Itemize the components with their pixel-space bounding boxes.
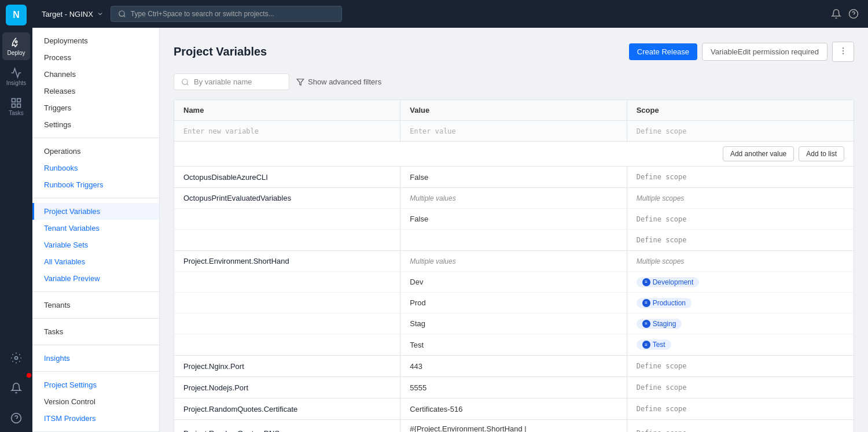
svg-point-12 xyxy=(843,47,844,49)
sidebar-item-itsm[interactable]: ITSM Providers xyxy=(32,410,159,427)
svg-point-14 xyxy=(843,53,844,54)
sidebar-item-triggers[interactable]: Triggers xyxy=(32,99,159,116)
var-name-cell: Project.Nginx.Port xyxy=(174,356,400,376)
col-name: Name xyxy=(174,100,400,120)
table-row: Project.Nginx.Port 443 Define scope xyxy=(174,356,854,376)
scope-badge-development: ≡ Development xyxy=(637,277,700,287)
project-selector[interactable]: Target - NGINX xyxy=(42,10,104,19)
filter-bar: By variable name Show advanced filters xyxy=(174,73,854,90)
sidebar-item-version-control[interactable]: Version Control xyxy=(32,393,159,410)
page-header: Project Variables Create Release Variabl… xyxy=(174,42,854,62)
sidebar-item-tenant-variables[interactable]: Tenant Variables xyxy=(32,220,159,237)
variable-scope: Define scope xyxy=(637,429,687,432)
var-value-cell: Stag xyxy=(400,313,627,334)
svg-point-13 xyxy=(843,50,844,51)
var-group-2: Project.Environment.ShortHand Multiple v… xyxy=(174,251,854,356)
nav-deploy[interactable]: Deploy xyxy=(2,32,30,60)
sidebar-item-releases[interactable]: Releases xyxy=(32,83,159,99)
svg-point-5 xyxy=(15,357,18,360)
table-row: OctopusPrintEvaluatedVariables Multiple … xyxy=(174,188,854,209)
var-scope-cell: Define scope xyxy=(627,356,854,376)
sidebar-item-deployments[interactable]: Deployments xyxy=(32,32,159,49)
advanced-filters-label: Show advanced filters xyxy=(308,77,381,86)
nav-tasks[interactable]: Tasks xyxy=(2,93,30,120)
sidebar-item-channels[interactable]: Channels xyxy=(32,66,159,83)
variable-value: Stag xyxy=(410,319,425,328)
create-release-button[interactable]: Create Release xyxy=(629,43,697,60)
sidebar-item-operations[interactable]: Operations xyxy=(32,143,159,160)
variable-value-multi: Multiple values xyxy=(410,257,455,265)
more-options-button[interactable] xyxy=(832,42,854,62)
sidebar-item-tenants[interactable]: Tenants xyxy=(32,297,159,313)
nav-notifications[interactable] xyxy=(2,374,30,402)
svg-line-9 xyxy=(124,16,126,17)
var-name-cell: Project.Environment.ShortHand xyxy=(174,251,400,271)
filter-search-icon xyxy=(181,78,189,86)
header-actions: Create Release VariableEdit permission r… xyxy=(629,42,854,62)
advanced-filters-toggle[interactable]: Show advanced filters xyxy=(296,77,381,86)
permission-button[interactable]: VariableEdit permission required xyxy=(702,43,827,61)
variable-name: Project.RandomQuotes.Certificate xyxy=(183,405,297,413)
svg-rect-2 xyxy=(17,98,21,102)
svg-marker-17 xyxy=(297,79,304,85)
nav-settings[interactable] xyxy=(2,344,30,372)
nav-insights-label: Insights xyxy=(6,80,26,86)
var-name-cell xyxy=(174,334,400,355)
sidebar-item-all-variables[interactable]: All Variables xyxy=(32,253,159,270)
svg-point-0 xyxy=(15,40,17,42)
sidebar-item-project-settings[interactable]: Project Settings xyxy=(32,376,159,393)
gear-icon xyxy=(10,352,22,364)
sidebar-item-insights[interactable]: Insights xyxy=(32,350,159,367)
var-value-cell: Prod xyxy=(400,293,627,313)
new-variable-name-cell[interactable]: Enter new variable xyxy=(174,121,400,141)
scope-badge-icon: ≡ xyxy=(642,320,650,328)
app-logo: N xyxy=(6,5,27,25)
var-scope-cell: Define scope xyxy=(627,167,854,187)
var-value-cell: 443 xyxy=(400,356,627,376)
sidebar-item-runbook-triggers[interactable]: Runbook Triggers xyxy=(32,176,159,193)
nav-help[interactable] xyxy=(2,404,30,432)
sidebar-item-tasks[interactable]: Tasks xyxy=(32,323,159,340)
variable-name-filter[interactable]: By variable name xyxy=(174,73,289,90)
grid-icon xyxy=(10,97,22,109)
topbar-icons xyxy=(831,9,859,19)
variable-scope: Define scope xyxy=(637,362,687,370)
var-scope-cell: Multiple scopes xyxy=(627,188,854,208)
sidebar-item-variable-sets[interactable]: Variable Sets xyxy=(32,237,159,253)
var-scope-cell: Define scope xyxy=(627,420,854,432)
add-to-list-button[interactable]: Add to list xyxy=(799,146,844,161)
nav-insights[interactable]: Insights xyxy=(2,62,30,90)
topbar-help-icon[interactable] xyxy=(848,9,859,19)
search-placeholder: Type Ctrl+Space to search or switch proj… xyxy=(131,10,274,18)
search-icon xyxy=(118,10,126,18)
table-row: Stag ≡ Staging xyxy=(174,313,854,334)
sidebar-item-variable-preview[interactable]: Variable Preview xyxy=(32,270,159,287)
table-row: Project.RandomQuotes.DNS #{Project.Envir… xyxy=(174,420,854,432)
new-variable-row: Enter new variable Enter value Define sc… xyxy=(174,121,854,142)
variable-name: Project.Nginx.Port xyxy=(183,362,244,371)
sidebar-item-runbooks[interactable]: Runbooks xyxy=(32,160,159,176)
new-variable-value-cell[interactable]: Enter value xyxy=(400,121,627,141)
sidebar-item-settings[interactable]: Settings xyxy=(32,116,159,133)
variables-table: Name Value Scope Enter new variable Ente… xyxy=(174,99,854,432)
add-another-value-button[interactable]: Add another value xyxy=(723,146,794,161)
variable-value: False xyxy=(410,173,428,182)
topbar-bell-icon[interactable] xyxy=(831,9,841,19)
var-group-6: Project.RandomQuotes.DNS #{Project.Envir… xyxy=(174,420,854,432)
scope-badge-icon: ≡ xyxy=(642,341,650,349)
table-header: Name Value Scope xyxy=(174,100,854,121)
variable-name: Project.RandomQuotes.DNS xyxy=(183,429,279,433)
sidebar-item-process[interactable]: Process xyxy=(32,49,159,66)
table-row: OctopusDisableAzureCLI False Define scop… xyxy=(174,167,854,187)
ellipsis-icon xyxy=(838,46,848,56)
add-value-row: Add another value Add to list xyxy=(174,142,854,167)
new-variable-scope-cell[interactable]: Define scope xyxy=(627,121,854,141)
sidebar-item-project-variables[interactable]: Project Variables xyxy=(32,203,159,220)
chart-icon xyxy=(10,67,22,79)
svg-rect-4 xyxy=(17,104,21,107)
sidebar-section-tasks: Tasks xyxy=(32,319,159,345)
variable-scope: Define scope xyxy=(637,173,687,181)
var-value-cell: False xyxy=(400,209,627,229)
variable-value-multi: Multiple values xyxy=(410,194,455,202)
global-search[interactable]: Type Ctrl+Space to search or switch proj… xyxy=(111,6,342,22)
